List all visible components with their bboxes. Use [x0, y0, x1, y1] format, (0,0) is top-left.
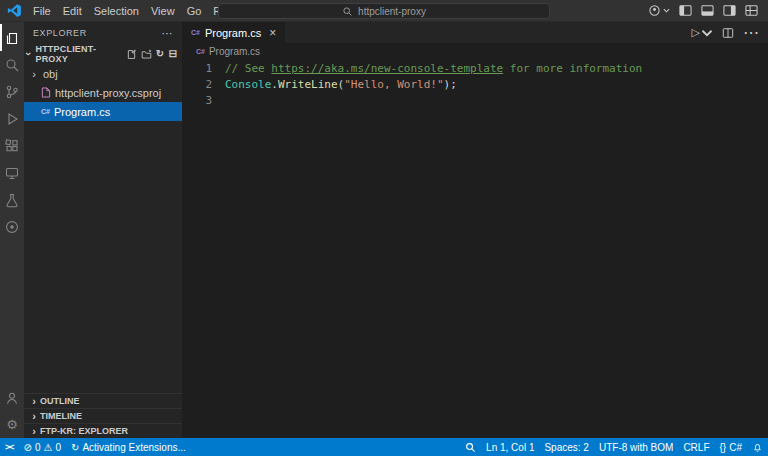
tree-item-label: Program.cs [54, 106, 110, 118]
zoom-status[interactable] [460, 438, 481, 456]
activity-run-debug-icon[interactable] [0, 105, 24, 132]
section-label: FTP-KR: EXPLORER [40, 426, 128, 436]
code-token: ; [450, 78, 457, 91]
toggle-panel-icon[interactable] [701, 4, 714, 17]
activity-bar-spacer [0, 240, 24, 384]
vscode-logo-icon [7, 3, 22, 18]
code-line: 3 [182, 93, 768, 109]
collapse-all-icon[interactable]: ⊟ [168, 49, 177, 59]
vscode-window: File Edit Selection View Go Run ⋯ httpcl… [0, 0, 768, 456]
activity-search-icon[interactable] [0, 51, 24, 78]
tree-item-csproj[interactable]: httpclient-proxy.csproj [24, 83, 182, 102]
menu-selection[interactable]: Selection [88, 5, 145, 17]
line-number: 2 [182, 77, 212, 93]
code-token: for more information [503, 62, 642, 75]
code-line: 1 // See https://aka.ms/new-console-temp… [182, 61, 768, 77]
explorer-sidebar: EXPLORER ⋯ › HTTPCLIENT-PROXY ↻ ⊟ [24, 22, 182, 438]
command-center-search[interactable]: httpclient-proxy [218, 3, 550, 19]
csharp-file-icon: C# [196, 48, 205, 55]
status-right: Ln 1, Col 1 Spaces: 2 UTF-8 with BOM CRL… [460, 438, 768, 456]
activity-extensions-icon[interactable] [0, 132, 24, 159]
toggle-secondary-sidebar-icon[interactable] [723, 4, 736, 17]
status-message: Activating Extensions... [82, 442, 185, 453]
code-token: . [271, 78, 278, 91]
activity-testing-icon[interactable] [0, 186, 24, 213]
activity-remote-explorer-icon[interactable] [0, 159, 24, 186]
eol-status[interactable]: CRLF [678, 438, 714, 456]
customize-layout-icon[interactable] [745, 4, 758, 17]
sidebar-more-icon[interactable]: ⋯ [161, 27, 173, 40]
cursor-position[interactable]: Ln 1, Col 1 [481, 438, 539, 456]
remote-indicator[interactable]: >< [0, 438, 19, 456]
search-icon [342, 6, 353, 17]
status-bar: >< ⊘ 0 ⚠ 0 ↻ Activating Extensions... Ln… [0, 438, 768, 456]
activating-extensions-status[interactable]: ↻ Activating Extensions... [66, 438, 191, 456]
menu-go[interactable]: Go [181, 5, 208, 17]
tab-label: Program.cs [205, 27, 261, 39]
problems-status[interactable]: ⊘ 0 ⚠ 0 [19, 438, 66, 456]
section-label: OUTLINE [40, 396, 80, 406]
code-editor[interactable]: 1 // See https://aka.ms/new-console-temp… [182, 59, 768, 438]
account-icon [648, 4, 661, 17]
errors-icon: ⊘ [24, 442, 32, 453]
remote-icon: >< [5, 442, 14, 452]
editor-group: C# Program.cs × ▷ ⋯ [182, 22, 768, 438]
tab-bar: C# Program.cs × ▷ ⋯ [182, 22, 768, 43]
magnifier-icon [465, 442, 476, 453]
tree-item-obj[interactable]: › obj [24, 64, 182, 83]
new-folder-icon[interactable] [141, 49, 152, 60]
toggle-primary-sidebar-icon[interactable] [679, 4, 692, 17]
encoding-status[interactable]: UTF-8 with BOM [594, 438, 678, 456]
new-file-icon[interactable] [126, 49, 137, 60]
sidebar-spacer [24, 121, 182, 393]
csproj-icon [41, 87, 51, 98]
editor-actions: ▷ ⋯ [692, 22, 759, 43]
menu-file[interactable]: File [27, 5, 57, 17]
titlebar: File Edit Selection View Go Run ⋯ httpcl… [0, 0, 768, 22]
warnings-icon: ⚠ [43, 442, 52, 453]
language-status[interactable]: {} C# [715, 438, 747, 456]
split-editor-icon[interactable] [722, 27, 734, 39]
titlebar-actions [648, 4, 768, 17]
section-outline[interactable]: › OUTLINE [24, 393, 182, 408]
indentation-status[interactable]: Spaces: 2 [539, 438, 593, 456]
bell-icon [752, 442, 763, 453]
errors-count: 0 [35, 442, 41, 453]
project-section-header[interactable]: › HTTPCLIENT-PROXY ↻ ⊟ [24, 44, 182, 64]
section-ftp-kr-explorer[interactable]: › FTP-KR: EXPLORER [24, 423, 182, 438]
csharp-file-icon: C# [191, 29, 200, 36]
project-name: HTTPCLIENT-PROXY [35, 44, 123, 64]
run-button[interactable]: ▷ [692, 26, 713, 39]
notifications-bell[interactable] [747, 438, 768, 456]
code-token: Console [225, 78, 271, 91]
refresh-icon[interactable]: ↻ [156, 49, 165, 59]
section-timeline[interactable]: › TIMELINE [24, 408, 182, 423]
status-left: >< ⊘ 0 ⚠ 0 ↻ Activating Extensions... [0, 438, 191, 456]
breadcrumb-item: Program.cs [209, 46, 260, 57]
chevron-down-icon [701, 27, 713, 39]
code-link[interactable]: https://aka.ms/new-console-template [271, 62, 503, 75]
csharp-file-icon: C# [41, 108, 50, 115]
activity-source-control-icon[interactable] [0, 78, 24, 105]
activity-extension-circle-icon[interactable] [0, 213, 24, 240]
activity-bar: ⚙ [0, 22, 24, 438]
tab-program-cs[interactable]: C# Program.cs × [182, 22, 285, 43]
tree-item-label: obj [43, 68, 58, 80]
close-tab-icon[interactable]: × [269, 26, 276, 40]
editor-more-icon[interactable]: ⋯ [743, 23, 759, 42]
account-icon[interactable] [0, 384, 24, 411]
chevron-right-icon: › [29, 425, 39, 437]
tree-item-program-cs[interactable]: C# Program.cs [24, 102, 182, 121]
menu-edit[interactable]: Edit [57, 5, 88, 17]
menu-view[interactable]: View [145, 5, 181, 17]
chevron-right-icon: › [29, 410, 39, 422]
settings-gear-icon[interactable]: ⚙ [0, 411, 24, 438]
explorer-actions: ↻ ⊟ [126, 49, 177, 60]
loading-icon: ↻ [71, 442, 79, 453]
tree-item-label: httpclient-proxy.csproj [55, 87, 161, 99]
profile-menu[interactable] [648, 4, 670, 17]
chevron-right-icon: › [29, 395, 39, 407]
activity-explorer-icon[interactable] [0, 24, 24, 51]
chevron-down-icon: › [24, 49, 35, 58]
breadcrumb[interactable]: C# Program.cs [182, 43, 768, 59]
